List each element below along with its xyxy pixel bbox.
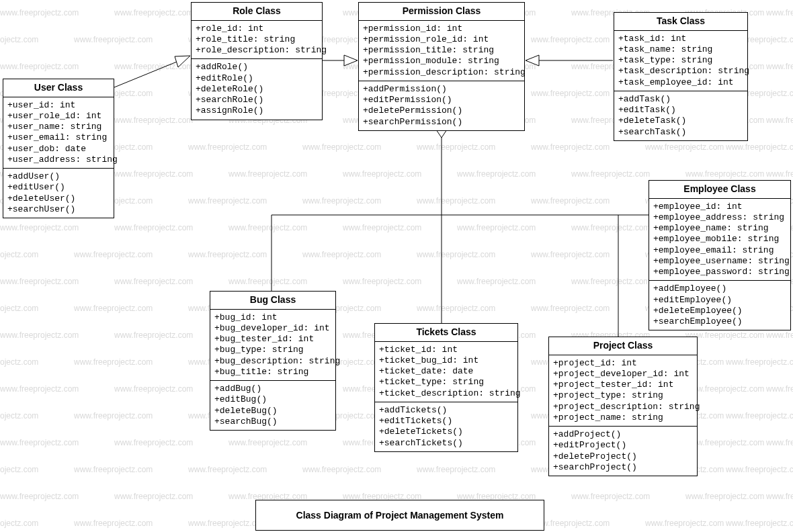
watermark-text: www.freeprojectz.com xyxy=(114,492,193,501)
uml-row: +bug_developer_id: int xyxy=(214,323,331,334)
watermark-text: www.freeprojectz.com xyxy=(74,357,153,367)
uml-row: +searchTickets() xyxy=(379,438,513,449)
watermark-text: www.freeprojectz.com xyxy=(302,142,381,152)
uml-row: +ticket_type: string xyxy=(379,377,513,388)
watermark-text: www.freeprojectz.com xyxy=(228,169,307,179)
uml-row: +project_id: int xyxy=(553,358,693,369)
watermark-text: www.freeprojectz.com xyxy=(571,169,650,179)
class-bug: Bug Class +bug_id: int+bug_developer_id:… xyxy=(210,291,336,431)
watermark-text: www.freeprojectz.com xyxy=(417,196,495,206)
uml-row: +task_id: int xyxy=(618,34,743,44)
class-attrs: +ticket_id: int+ticket_bug_id: int+ticke… xyxy=(375,342,517,402)
watermark-text: www.freeprojectz.com xyxy=(0,62,79,71)
watermark-text: www.freeprojectz.com xyxy=(0,277,79,286)
watermark-text: www.freeprojectz.com xyxy=(726,465,793,474)
class-title: Bug Class xyxy=(210,292,335,310)
class-attrs: +role_id: int+role_title: string+role_de… xyxy=(192,21,322,59)
svg-marker-1 xyxy=(175,56,190,67)
uml-row: +user_dob: date xyxy=(7,144,110,154)
watermark-text: www.freeprojectz.com xyxy=(685,492,764,501)
uml-row: +user_address: string xyxy=(7,154,110,165)
watermark-text: www.freeprojectz.com xyxy=(766,330,793,340)
watermark-text: www.freeprojectz.com xyxy=(188,142,267,152)
watermark-text: www.freeprojectz.com xyxy=(114,330,193,340)
diagram-title: Class Diagram of Project Management Syst… xyxy=(255,500,544,531)
watermark-text: www.freeprojectz.com xyxy=(726,411,793,420)
class-attrs: +permission_id: int+permission_role_id: … xyxy=(359,21,524,81)
svg-marker-5 xyxy=(526,55,539,66)
watermark-text: www.freeprojectz.com xyxy=(0,492,79,501)
uml-row: +permission_role_id: int xyxy=(363,34,520,45)
watermark-text: www.freeprojectz.com xyxy=(0,8,79,17)
watermark-text: www.freeprojectz.com xyxy=(0,304,38,313)
watermark-text: www.freeprojectz.com xyxy=(302,465,381,474)
class-attrs: +user_id: int+user_role_id: int+user_nam… xyxy=(3,97,114,169)
class-project: Project Class +project_id: int+project_d… xyxy=(548,337,698,476)
watermark-text: www.freeprojectz.com xyxy=(571,277,650,286)
watermark-text: www.freeprojectz.com xyxy=(343,223,421,232)
uml-row: +addRole() xyxy=(196,62,318,73)
watermark-text: www.freeprojectz.com xyxy=(726,142,793,152)
uml-row: +employee_name: string xyxy=(653,223,786,234)
uml-row: +deleteUser() xyxy=(7,193,110,204)
class-attrs: +task_id: int+task_name: string+task_typ… xyxy=(614,31,747,91)
watermark-text: www.freeprojectz.com xyxy=(0,384,79,394)
uml-row: +deleteEmployee() xyxy=(653,306,786,316)
watermark-text: www.freeprojectz.com xyxy=(766,492,793,501)
uml-row: +editTickets() xyxy=(379,416,513,427)
class-title: Permission Class xyxy=(359,3,524,21)
uml-row: +project_type: string xyxy=(553,390,693,401)
watermark-text: www.freeprojectz.com xyxy=(0,223,79,232)
uml-row: +task_description: string xyxy=(618,66,743,77)
uml-row: +deleteRole() xyxy=(196,84,318,95)
uml-row: +editProject() xyxy=(553,440,693,451)
uml-row: +ticket_description: string xyxy=(379,388,513,399)
svg-marker-3 xyxy=(344,55,358,66)
watermark-text: www.freeprojectz.com xyxy=(457,277,536,286)
uml-row: +ticket_id: int xyxy=(379,345,513,355)
class-role: Role Class +role_id: int+role_title: str… xyxy=(191,2,323,120)
uml-row: +project_developer_id: int xyxy=(553,369,693,380)
uml-row: +task_employee_id: int xyxy=(618,77,743,88)
uml-row: +employee_id: int xyxy=(653,202,786,212)
uml-row: +deleteBug() xyxy=(214,406,331,416)
uml-row: +editPermission() xyxy=(363,95,520,105)
watermark-text: www.freeprojectz.com xyxy=(531,142,610,152)
uml-row: +searchEmployee() xyxy=(653,316,786,327)
watermark-text: www.freeprojectz.com xyxy=(531,250,610,259)
uml-row: +employee_password: string xyxy=(653,267,786,277)
watermark-text: www.freeprojectz.com xyxy=(571,223,650,232)
watermark-text: www.freeprojectz.com xyxy=(114,384,193,394)
class-ops: +addBug()+editBug()+deleteBug()+searchBu… xyxy=(210,380,335,430)
watermark-text: www.freeprojectz.com xyxy=(0,250,38,259)
uml-row: +user_id: int xyxy=(7,100,110,111)
uml-row: +bug_title: string xyxy=(214,367,331,378)
uml-row: +deletePermission() xyxy=(363,105,520,116)
watermark-text: www.freeprojectz.com xyxy=(417,250,495,259)
uml-row: +employee_username: string xyxy=(653,256,786,267)
watermark-text: www.freeprojectz.com xyxy=(188,196,267,206)
uml-row: +role_id: int xyxy=(196,24,318,34)
uml-row: +employee_email: string xyxy=(653,245,786,256)
class-ops: +addTickets()+editTickets()+deleteTicket… xyxy=(375,402,517,451)
watermark-text: www.freeprojectz.com xyxy=(114,169,193,179)
uml-row: +permission_id: int xyxy=(363,24,520,34)
class-task: Task Class +task_id: int+task_name: stri… xyxy=(614,12,748,141)
watermark-text: www.freeprojectz.com xyxy=(114,223,193,232)
watermark-text: www.freeprojectz.com xyxy=(645,142,724,152)
watermark-text: www.freeprojectz.com xyxy=(114,8,193,17)
uml-row: +editEmployee() xyxy=(653,295,786,306)
watermark-text: www.freeprojectz.com xyxy=(726,357,793,367)
watermark-text: www.freeprojectz.com xyxy=(114,277,193,286)
uml-row: +addEmployee() xyxy=(653,283,786,294)
uml-row: +assignRole() xyxy=(196,105,318,116)
watermark-text: www.freeprojectz.com xyxy=(188,465,267,474)
class-title: Task Class xyxy=(614,13,747,31)
class-ops: +addRole()+editRole()+deleteRole()+searc… xyxy=(192,58,322,119)
class-ops: +addTask()+editTask()+deleteTask()+searc… xyxy=(614,91,747,140)
uml-row: +role_description: string xyxy=(196,45,318,56)
watermark-text: www.freeprojectz.com xyxy=(417,142,495,152)
uml-row: +task_type: string xyxy=(618,55,743,66)
watermark-text: www.freeprojectz.com xyxy=(531,304,610,313)
watermark-text: www.freeprojectz.com xyxy=(0,438,79,447)
